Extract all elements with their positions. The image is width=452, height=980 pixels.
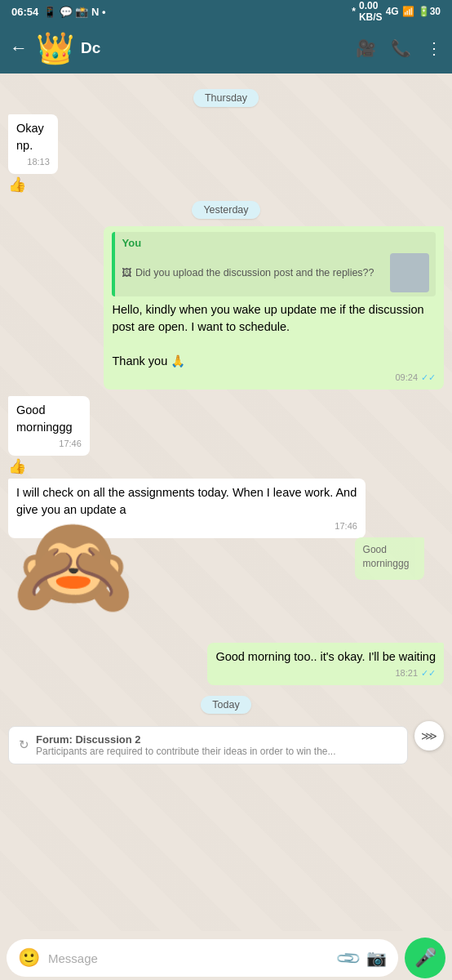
forward-bar-title: Forum: Discussion 2	[36, 733, 336, 746]
message-meta: 18:21 ✓✓	[215, 667, 436, 680]
message-row: Okay np. 18:13 👍	[8, 114, 444, 194]
date-separator-today: Today	[8, 697, 444, 711]
quoted-sender: You	[122, 236, 429, 252]
message-time: 17:46	[335, 520, 357, 533]
back-button[interactable]: ←	[10, 38, 28, 59]
monkey-emoji-area: 🙈 Good morninggg	[8, 533, 444, 639]
message-time: 18:21	[395, 667, 418, 680]
forward-icon: ↻	[19, 737, 29, 752]
incoming-bubble: Good morninggg 17:46	[8, 396, 90, 456]
mic-icon: 🎤	[414, 947, 436, 969]
message-reaction: 👍	[8, 457, 113, 475]
chat-header: ← 👑 Dc 🎥 📞 ⋮	[0, 23, 452, 74]
contact-info[interactable]: 👑 Dc	[36, 33, 348, 64]
message-time: 09:24	[395, 372, 418, 385]
message-meta: 18:13	[16, 156, 50, 169]
video-call-icon[interactable]: 🎥	[356, 38, 376, 58]
contact-name: Dc	[81, 39, 100, 57]
more-options-icon[interactable]: ⋮	[426, 38, 442, 58]
phone-call-icon[interactable]: 📞	[391, 38, 411, 58]
monkey-emoji: 🙈	[12, 509, 135, 624]
scroll-more-button[interactable]: ⋙	[414, 721, 444, 751]
message-row: Good morninggg 17:46 👍	[8, 396, 444, 475]
status-bar: 06:54 📱 💬 📸 N • * 0.00KB/S 4G 📶 🔋30	[0, 0, 452, 23]
avatar-emoji: 👑	[36, 33, 74, 64]
forward-notification[interactable]: ↻ Forum: Discussion 2 Participants are r…	[8, 726, 408, 764]
attach-icon[interactable]: 📎	[334, 944, 362, 973]
message-ticks: ✓✓	[421, 372, 436, 385]
message-row: You 🖼 Did you upload the discussion post…	[8, 226, 444, 390]
message-with-overlay: I will check on all the assignments toda…	[8, 479, 444, 639]
message-meta: 09:24 ✓✓	[112, 372, 436, 385]
outgoing-bubble-quoted: Good morninggg	[355, 537, 424, 580]
outgoing-bubble: Good morning too.. it's okay. I'll be wa…	[207, 643, 444, 685]
camera-icon[interactable]: 📷	[366, 948, 387, 968]
message-time: 18:13	[27, 156, 50, 169]
date-separator-thursday: Thursday	[8, 90, 444, 105]
quoted-message: You 🖼 Did you upload the discussion post…	[112, 232, 436, 296]
incoming-bubble: Okay np. 18:13	[8, 114, 58, 174]
outgoing-bubble: You 🖼 Did you upload the discussion post…	[104, 226, 444, 390]
quoted-thumbnail	[390, 253, 429, 292]
message-text: Hello, kindly when you wake up update me…	[112, 301, 436, 370]
message-ticks: ✓✓	[421, 667, 436, 680]
message-text: Good morning too.. it's okay. I'll be wa…	[215, 650, 436, 663]
status-time: 06:54 📱 💬 📸 N •	[11, 6, 106, 18]
message-input[interactable]: Message	[48, 951, 330, 965]
message-input-box: 🙂 Message 📎 📷	[7, 939, 398, 977]
emoji-button[interactable]: 🙂	[18, 947, 40, 969]
message-text: Good morninggg	[16, 403, 73, 434]
message-reaction: 👍	[8, 176, 72, 194]
date-separator-yesterday: Yesterday	[8, 202, 444, 216]
forward-bar-sub: Participants are required to contribute …	[36, 746, 336, 757]
message-row: Good morning too.. it's okay. I'll be wa…	[8, 643, 444, 685]
message-meta: 17:46	[16, 438, 82, 451]
message-time: 17:46	[59, 438, 82, 451]
mic-button[interactable]: 🎤	[405, 938, 445, 978]
today-area: ↻ Forum: Discussion 2 Participants are r…	[8, 721, 444, 769]
chat-area: Thursday Okay np. 18:13 👍 Yesterday You …	[0, 74, 452, 931]
header-actions: 🎥 📞 ⋮	[356, 38, 442, 58]
message-input-area: 🙂 Message 📎 📷 🎤	[0, 931, 452, 980]
message-text: Okay np.	[16, 122, 44, 152]
